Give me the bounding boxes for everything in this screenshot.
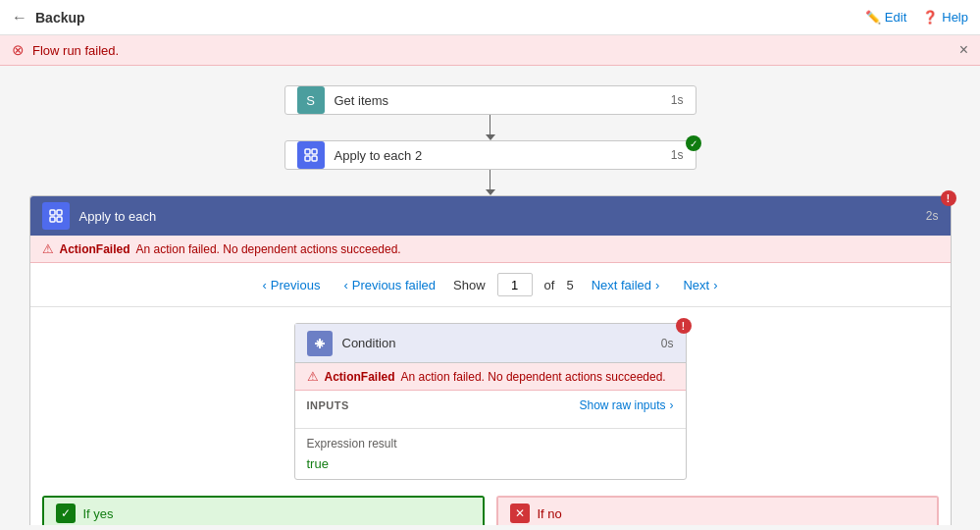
chevron-right-raw-icon: ›	[670, 398, 674, 412]
svg-rect-5	[57, 210, 62, 215]
total-pages: 5	[566, 278, 573, 292]
svg-rect-2	[305, 156, 310, 161]
get-items-left: S Get items	[297, 86, 389, 114]
expression-section: Expression result true	[295, 429, 686, 479]
edit-icon: ✏️	[865, 10, 881, 25]
previous-failed-button[interactable]: ‹ Previous failed	[337, 276, 441, 294]
apply-to-each-container: Apply to each 2s ! ⚠ ActionFailed An act…	[29, 195, 952, 525]
get-items-time: 1s	[671, 93, 684, 107]
show-raw-button[interactable]: Show raw inputs ›	[579, 398, 673, 412]
apply-to-each-2-time: 1s	[671, 148, 684, 162]
branch-no-label: If no	[538, 506, 562, 521]
apply-to-each-icon	[42, 202, 70, 230]
back-button[interactable]: ←	[12, 9, 27, 26]
apply-to-each-label: Apply to each	[79, 209, 157, 224]
error-circle-icon: ⊗	[12, 41, 25, 59]
condition-header[interactable]: Condition 0s !	[295, 324, 686, 363]
next-failed-label: Next failed	[592, 278, 651, 292]
get-items-node[interactable]: S Get items 1s	[284, 85, 696, 115]
error-banner: ⊗ Flow run failed. ×	[0, 35, 980, 66]
help-button[interactable]: ❓ Help	[922, 10, 968, 25]
condition-error-badge: !	[676, 318, 692, 334]
previous-label: Previous	[271, 278, 321, 292]
svg-rect-0	[305, 149, 310, 154]
inputs-section: INPUTS Show raw inputs ›	[295, 391, 686, 429]
branch-no: ✕ If no	[496, 496, 939, 525]
branch-yes-label: If yes	[83, 506, 114, 521]
pagination-bar: ‹ Previous ‹ Previous failed Show of 5 N…	[30, 263, 951, 307]
warning-icon: ⚠	[42, 241, 54, 256]
condition-icon	[307, 331, 333, 356]
previous-failed-label: Previous failed	[352, 278, 436, 292]
arrow-1	[486, 115, 495, 140]
get-items-icon: S	[297, 86, 325, 114]
branch-yes: ✓ If yes Apply to each 3 0s	[42, 496, 485, 525]
action-failed-text: ActionFailed	[60, 242, 130, 256]
close-button[interactable]: ×	[959, 41, 968, 59]
apply-to-each-2-icon	[297, 141, 325, 169]
apply-to-each-action-failed: ⚠ ActionFailed An action failed. No depe…	[30, 236, 951, 263]
condition-label: Condition	[342, 336, 396, 350]
branch-no-header: ✕ If no	[498, 498, 937, 525]
expression-label: Expression result	[307, 437, 674, 450]
next-label: Next	[683, 278, 709, 292]
success-badge: ✓	[686, 135, 701, 151]
next-failed-button[interactable]: Next failed ›	[586, 276, 666, 294]
apply-to-each-2-node[interactable]: Apply to each 2 1s ✓	[284, 140, 696, 170]
error-message: Flow run failed.	[32, 43, 119, 58]
condition-card: Condition 0s ! ⚠ ActionFailed An action …	[294, 323, 687, 480]
apply-to-each-2-label: Apply to each 2	[335, 148, 423, 163]
x-icon: ✕	[510, 504, 530, 523]
apply-to-each-error-badge: !	[941, 190, 956, 206]
action-failed-desc: An action failed. No dependent actions s…	[136, 242, 401, 256]
condition-action-failed: ⚠ ActionFailed An action failed. No depe…	[295, 363, 686, 391]
svg-rect-4	[50, 210, 55, 215]
chevron-right-failed-icon: ›	[655, 278, 659, 292]
chevron-left-failed-icon: ‹	[343, 278, 347, 292]
branches-row: ✓ If yes Apply to each 3 0s	[30, 496, 951, 525]
arrow-2	[486, 170, 495, 195]
svg-rect-7	[57, 217, 62, 222]
page-title: Backup	[35, 10, 85, 26]
header: ← Backup ✏️ Edit ❓ Help	[0, 0, 980, 35]
condition-time: 0s	[661, 337, 674, 350]
condition-failed-desc: An action failed. No dependent actions s…	[401, 370, 666, 384]
show-raw-label: Show raw inputs	[579, 398, 665, 412]
inputs-label: INPUTS	[307, 399, 349, 411]
svg-rect-6	[50, 217, 55, 222]
chevron-right-icon: ›	[713, 278, 717, 292]
apply-to-each-2-left: Apply to each 2	[297, 141, 423, 169]
condition-warning-icon: ⚠	[307, 369, 319, 384]
svg-rect-3	[312, 156, 317, 161]
condition-failed-text: ActionFailed	[325, 370, 395, 384]
help-icon: ❓	[922, 10, 938, 25]
chevron-left-icon: ‹	[263, 278, 267, 292]
header-right: ✏️ Edit ❓ Help	[865, 10, 968, 25]
edit-button[interactable]: ✏️ Edit	[865, 10, 906, 25]
of-label: of	[544, 278, 555, 292]
page-number-input[interactable]	[497, 273, 533, 296]
canvas: S Get items 1s Apply to each 2 1s ✓	[0, 66, 980, 525]
previous-button[interactable]: ‹ Previous	[257, 276, 327, 294]
check-icon: ✓	[56, 504, 76, 523]
next-button[interactable]: Next ›	[677, 276, 723, 294]
svg-rect-1	[312, 149, 317, 154]
edit-label: Edit	[885, 10, 906, 25]
show-label: Show	[453, 278, 486, 292]
get-items-label: Get items	[335, 93, 389, 108]
header-left: ← Backup	[12, 9, 85, 26]
apply-to-each-time: 2s	[926, 209, 939, 223]
apply-to-each-header[interactable]: Apply to each 2s !	[30, 196, 951, 236]
expression-value: true	[307, 456, 674, 471]
branch-yes-header: ✓ If yes	[44, 498, 483, 525]
help-label: Help	[942, 10, 968, 25]
